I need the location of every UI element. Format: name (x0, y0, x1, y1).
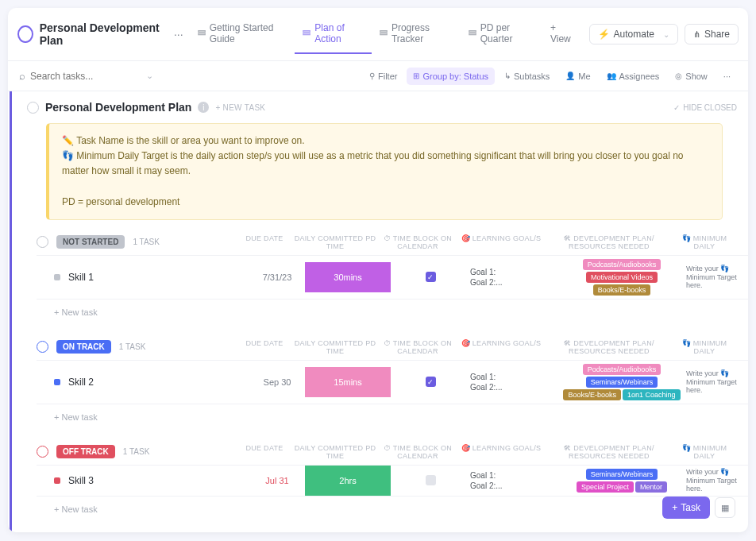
group-off-track: OFF TRACK1 TASKDUE DATEDAILY COMMITTED P… (37, 439, 748, 522)
column-header-min: 👣 MINIMUM DAILY (673, 444, 735, 460)
tag[interactable]: Mentor (635, 481, 667, 493)
tag[interactable]: Special Project (577, 481, 634, 493)
time-block-checkbox[interactable] (426, 475, 436, 485)
task-count: 1 TASK (133, 238, 160, 246)
view-tab-progress-tracker[interactable]: Progress Tracker (372, 14, 461, 54)
status-badge[interactable]: OFF TRACK (56, 445, 115, 458)
column-header-time: DAILY COMMITTED PD TIME (292, 339, 378, 355)
goals-cell[interactable]: Goal 1:Goal 2:... (470, 372, 557, 392)
column-header-goals: 🎯 LEARNING GOAL/S (457, 234, 545, 250)
subtasks-icon: ↳ (504, 71, 511, 80)
info-icon[interactable]: i (198, 102, 209, 113)
filter-button[interactable]: ⚲Filter (363, 68, 403, 85)
fab-menu-button[interactable]: ▦ (715, 497, 735, 518)
view-tab-getting-started-guide[interactable]: Getting Started Guide (190, 14, 295, 54)
column-header-goals: 🎯 LEARNING GOAL/S (457, 339, 545, 355)
create-task-button[interactable]: +Task (662, 497, 710, 519)
dev-plan-cell[interactable]: Seminars/WebinarsSpecial ProjectMentor (557, 466, 686, 496)
dev-plan-cell[interactable]: Podcasts/AudiobooksSeminars/WebinarsBook… (557, 361, 686, 404)
table-row[interactable]: Skill 3Jul 312hrsGoal 1:Goal 2:...Semina… (37, 465, 748, 497)
view-tab-view[interactable]: + View (542, 14, 583, 54)
toolbar: ⌕ ⌄ ⚲Filter ⊞Group by: Status ↳Subtasks … (8, 61, 748, 91)
search-container: ⌕ ⌄ (19, 70, 355, 82)
tag[interactable]: Motivational Videos (586, 272, 658, 283)
add-task-button[interactable]: + New task (37, 497, 748, 522)
column-header-due: DUE DATE (237, 234, 292, 250)
view-tab-plan-of-action[interactable]: Plan of Action (295, 14, 372, 54)
users-icon: 👥 (607, 71, 616, 80)
groupby-button[interactable]: ⊞Group by: Status (407, 68, 495, 85)
assignees-button[interactable]: 👥Assignees (600, 68, 666, 85)
group-collapse-toggle[interactable] (37, 236, 48, 248)
svg-rect-2 (303, 31, 310, 33)
status-badge[interactable]: ON TRACK (56, 340, 111, 354)
app-icon (17, 25, 33, 43)
add-task-button[interactable]: + New task (37, 299, 748, 325)
table-row[interactable]: Skill 2Sep 3015mins✓Goal 1:Goal 2:...Pod… (37, 360, 748, 404)
column-header-min: 👣 MINIMUM DAILY (673, 339, 735, 355)
tag[interactable]: Books/E-books (593, 284, 651, 296)
top-bar: Personal Development Plan ··· Getting St… (8, 8, 748, 61)
min-daily-cell[interactable]: Write your 👣 Minimum Target here. (686, 468, 748, 493)
tag[interactable]: Books/E-books (563, 389, 621, 400)
more-icon[interactable]: ··· (171, 28, 187, 41)
share-button[interactable]: ⋔ Share (685, 24, 739, 44)
fab-container: +Task ▦ (662, 497, 735, 519)
automate-button[interactable]: ⚡ Automate ⌄ (589, 24, 678, 44)
new-task-button[interactable]: + NEW TASK (215, 103, 265, 112)
section-title: Personal Development Plan (45, 101, 191, 114)
hide-closed-button[interactable]: ✓ HIDE CLOSED (673, 103, 737, 112)
tag[interactable]: 1on1 Coaching (623, 389, 681, 400)
column-header-dev: 🛠 DEVELOPMENT PLAN/ RESOURCES NEEDED (545, 234, 673, 250)
group-collapse-toggle[interactable] (37, 341, 48, 353)
goals-cell[interactable]: Goal 1:Goal 2:... (470, 470, 557, 491)
task-name[interactable]: Skill 1 (68, 272, 249, 283)
status-badge[interactable]: NOT STARTED (56, 235, 125, 249)
search-input[interactable] (30, 71, 141, 82)
view-tab-pd-per-quarter[interactable]: PD per Quarter (461, 14, 542, 54)
column-header-block: ⏱ TIME BLOCK ON CALENDAR (378, 234, 457, 250)
due-date-cell[interactable]: Jul 31 (249, 476, 305, 485)
tag[interactable]: Podcasts/Audiobooks (583, 259, 662, 270)
committed-time-cell[interactable]: 30mins (305, 262, 391, 292)
subtasks-button[interactable]: ↳Subtasks (498, 68, 556, 85)
me-button[interactable]: 👤Me (559, 68, 596, 85)
status-square (54, 477, 60, 484)
committed-time-cell[interactable]: 15mins (305, 367, 391, 397)
task-count: 1 TASK (119, 342, 146, 351)
group-on-track: ON TRACK1 TASKDUE DATEDAILY COMMITTED PD… (37, 334, 748, 430)
group-collapse-toggle[interactable] (37, 446, 48, 458)
task-name[interactable]: Skill 2 (68, 377, 249, 388)
dev-plan-cell[interactable]: Podcasts/AudiobooksMotivational VideosBo… (557, 256, 686, 299)
svg-rect-5 (380, 33, 387, 35)
tag[interactable]: Podcasts/Audiobooks (583, 364, 662, 375)
collapse-toggle[interactable] (27, 102, 39, 114)
min-daily-cell[interactable]: Write your 👣 Minimum Target here. (686, 369, 748, 395)
content-area: Personal Development Plan i + NEW TASK ✓… (8, 91, 748, 532)
section-header: Personal Development Plan i + NEW TASK ✓… (13, 91, 748, 118)
add-task-button[interactable]: + New task (37, 404, 748, 430)
time-block-checkbox[interactable]: ✓ (426, 272, 436, 282)
time-block-checkbox[interactable]: ✓ (426, 377, 436, 387)
due-date-cell[interactable]: Sep 30 (249, 377, 305, 387)
min-daily-cell[interactable]: Write your 👣 Minimum Target here. (686, 265, 748, 290)
chevron-down-icon[interactable]: ⌄ (146, 71, 153, 81)
task-name[interactable]: Skill 3 (68, 475, 249, 486)
time-block-cell: ✓ (391, 377, 470, 387)
goals-cell[interactable]: Goal 1:Goal 2:... (470, 267, 557, 288)
group-icon: ⊞ (413, 71, 419, 80)
column-header-min: 👣 MINIMUM DAILY (673, 234, 735, 250)
due-date-cell[interactable]: 7/31/23 (249, 272, 305, 282)
tag[interactable]: Seminars/Webinars (586, 377, 658, 388)
svg-rect-7 (469, 33, 475, 35)
column-header-dev: 🛠 DEVELOPMENT PLAN/ RESOURCES NEEDED (545, 444, 673, 460)
column-header-dev: 🛠 DEVELOPMENT PLAN/ RESOURCES NEEDED (545, 339, 673, 355)
overflow-button[interactable]: ··· (717, 68, 737, 85)
show-button[interactable]: ◎Show (669, 68, 714, 85)
column-header-time: DAILY COMMITTED PD TIME (292, 444, 378, 460)
status-square (54, 379, 60, 385)
tag[interactable]: Seminars/Webinars (586, 469, 658, 480)
committed-time-cell[interactable]: 2hrs (305, 466, 391, 496)
column-header-time: DAILY COMMITTED PD TIME (292, 234, 378, 250)
table-row[interactable]: Skill 17/31/2330mins✓Goal 1:Goal 2:...Po… (37, 255, 748, 299)
